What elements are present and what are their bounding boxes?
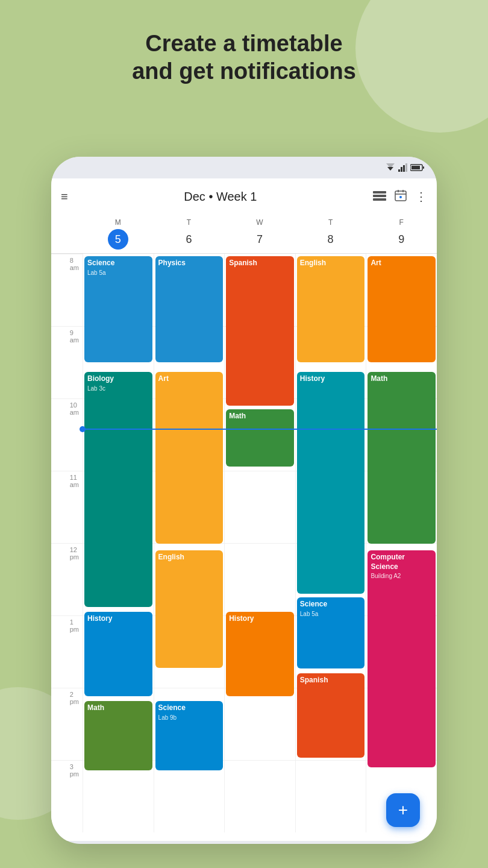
event-math-mon[interactable]: Math bbox=[84, 701, 152, 770]
event-history-mon[interactable]: History bbox=[84, 612, 152, 696]
event-history-wed[interactable]: History bbox=[226, 612, 294, 696]
phone-frame: ≡ Dec • Week 1 ⋮ bbox=[51, 157, 437, 844]
view-toggle-icon[interactable] bbox=[373, 190, 386, 204]
svg-rect-10 bbox=[373, 195, 386, 197]
day-col-wed: W 7 bbox=[224, 218, 295, 250]
event-art-fri[interactable]: Art bbox=[368, 256, 436, 362]
event-english-tue[interactable]: English bbox=[155, 550, 224, 668]
timetable-inner: 8am 9am 10am 11am 12pm 1pm 2pm 3pm bbox=[51, 254, 437, 832]
day-letter-fri: F bbox=[366, 218, 437, 227]
day-number-mon[interactable]: 5 bbox=[108, 229, 128, 250]
grid-col-thu: English History ScienceLab 5a Spanish bbox=[295, 254, 366, 832]
event-math-wed[interactable]: Math bbox=[226, 409, 294, 467]
day-number-tue[interactable]: 6 bbox=[178, 229, 199, 250]
time-1pm: 1pm bbox=[51, 615, 83, 688]
day-letter-tue: T bbox=[154, 218, 225, 227]
day-letter-mon: M bbox=[83, 218, 154, 227]
time-3pm: 3pm bbox=[51, 760, 83, 832]
now-dot bbox=[80, 426, 86, 432]
event-spanish-wed[interactable]: Spanish bbox=[226, 256, 294, 406]
time-col: 8am 9am 10am 11am 12pm 1pm 2pm 3pm bbox=[51, 254, 83, 832]
time-gutter-header bbox=[51, 218, 83, 250]
day-col-mon: M 5 bbox=[83, 218, 154, 250]
header-actions: ⋮ bbox=[373, 189, 427, 204]
svg-rect-4 bbox=[403, 165, 405, 172]
time-10am: 10am bbox=[51, 398, 83, 471]
days-header: M 5 T 6 W 7 T 8 F 9 bbox=[51, 215, 437, 254]
more-options-icon[interactable]: ⋮ bbox=[415, 189, 427, 204]
day-col-thu: T 8 bbox=[295, 218, 366, 250]
svg-rect-2 bbox=[398, 169, 400, 172]
headline-line1: Create a timetable bbox=[145, 31, 342, 56]
svg-rect-11 bbox=[373, 198, 386, 201]
wifi-icon bbox=[385, 163, 396, 172]
event-art-tue[interactable]: Art bbox=[155, 372, 224, 544]
svg-marker-1 bbox=[386, 163, 395, 168]
day-number-wed[interactable]: 7 bbox=[249, 229, 270, 250]
add-event-fab[interactable]: + bbox=[386, 793, 420, 827]
app-header: ≡ Dec • Week 1 ⋮ bbox=[51, 178, 437, 215]
day-col-fri: F 9 bbox=[366, 218, 437, 250]
time-8am: 8am bbox=[51, 254, 83, 326]
svg-rect-8 bbox=[423, 166, 424, 169]
calendar-icon[interactable] bbox=[395, 189, 407, 204]
cal-icon-svg bbox=[395, 189, 407, 201]
day-letter-thu: T bbox=[295, 218, 366, 227]
time-12pm: 12pm bbox=[51, 543, 83, 615]
status-bar bbox=[51, 157, 437, 178]
grid-cols: ScienceLab 5a BiologyLab 3c History Math bbox=[83, 254, 437, 832]
grid-col-mon: ScienceLab 5a BiologyLab 3c History Math bbox=[83, 254, 154, 832]
event-cs-fri[interactable]: Computer ScienceBuilding A2 bbox=[368, 550, 436, 767]
time-2pm: 2pm bbox=[51, 688, 83, 760]
grid-col-fri: Art Math Computer ScienceBuilding A2 bbox=[366, 254, 437, 832]
event-science-thu[interactable]: ScienceLab 5a bbox=[297, 597, 365, 668]
time-11am: 11am bbox=[51, 471, 83, 543]
timetable: 8am 9am 10am 11am 12pm 1pm 2pm 3pm bbox=[51, 254, 437, 841]
event-science-tue[interactable]: ScienceLab 9b bbox=[155, 701, 224, 770]
grid-col-wed: Spanish Math History bbox=[224, 254, 295, 832]
status-icons bbox=[385, 163, 425, 172]
event-english-thu[interactable]: English bbox=[297, 256, 365, 362]
day-col-tue: T 6 bbox=[154, 218, 225, 250]
svg-rect-5 bbox=[405, 163, 407, 172]
now-line bbox=[83, 429, 437, 430]
event-math-fri[interactable]: Math bbox=[368, 372, 436, 544]
signal-icon bbox=[398, 163, 408, 172]
battery-icon bbox=[410, 163, 425, 172]
svg-rect-9 bbox=[373, 191, 386, 193]
event-biology-mon[interactable]: BiologyLab 3c bbox=[84, 372, 152, 607]
event-spanish-thu[interactable]: Spanish bbox=[297, 673, 365, 758]
menu-icon[interactable]: ≡ bbox=[61, 190, 68, 204]
event-physics-tue[interactable]: Physics bbox=[155, 256, 224, 362]
svg-rect-3 bbox=[401, 167, 402, 172]
header-title: Dec • Week 1 bbox=[75, 190, 366, 204]
grid-col-tue: Physics Art English ScienceLab 9b bbox=[154, 254, 225, 832]
day-number-fri[interactable]: 9 bbox=[391, 229, 411, 250]
headline-line2: and get notifications bbox=[132, 58, 356, 84]
headline: Create a timetable and get notifications bbox=[0, 30, 488, 85]
svg-point-16 bbox=[399, 196, 402, 198]
event-science-mon[interactable]: ScienceLab 5a bbox=[84, 256, 152, 362]
day-number-thu[interactable]: 8 bbox=[321, 229, 341, 250]
list-view-icon bbox=[373, 191, 386, 201]
day-letter-wed: W bbox=[224, 218, 295, 227]
event-history-thu[interactable]: History bbox=[297, 372, 365, 594]
svg-rect-7 bbox=[411, 166, 420, 169]
time-9am: 9am bbox=[51, 326, 83, 398]
